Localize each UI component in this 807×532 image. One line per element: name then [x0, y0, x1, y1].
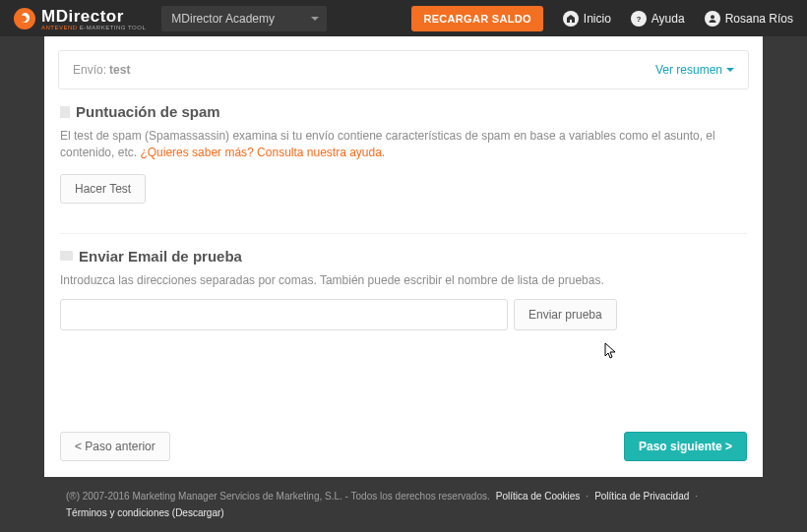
- send-test-section: Enviar Email de prueba Introduzca las di…: [44, 238, 763, 344]
- ver-resumen-toggle[interactable]: Ver resumen: [655, 63, 734, 77]
- spam-score-title: Puntuación de spam: [60, 103, 747, 120]
- user-icon: [705, 11, 720, 27]
- brand-logo[interactable]: MDirector ANTEVEND E-MARKETING TOOL: [14, 7, 146, 30]
- home-icon: [563, 11, 579, 27]
- brand-name: MDirector: [41, 7, 146, 27]
- spam-score-description: El test de spam (Spamassassin) examina s…: [60, 128, 747, 162]
- nav-ayuda[interactable]: ? Ayuda: [631, 11, 685, 27]
- footer-copyright: (®) 2007-2016 Marketing Manager Servicio…: [66, 491, 490, 502]
- envio-label: Envío:: [73, 63, 106, 77]
- nav-inicio[interactable]: Inicio: [563, 11, 611, 27]
- enviar-prueba-button[interactable]: Enviar prueba: [514, 299, 617, 330]
- recargar-saldo-button[interactable]: RECARGAR SALDO: [411, 6, 542, 31]
- envio-value: test: [109, 63, 130, 77]
- hacer-test-button[interactable]: Hacer Test: [60, 174, 146, 204]
- section-divider: [60, 233, 747, 234]
- mail-icon: [60, 251, 73, 261]
- help-icon: ?: [631, 11, 647, 27]
- nav-user[interactable]: Rosana Ríos: [705, 11, 793, 27]
- spam-score-section: Puntuación de spam El test de spam (Spam…: [44, 89, 763, 217]
- account-dropdown[interactable]: MDirector Academy: [161, 6, 327, 31]
- footer-privacy-link[interactable]: Política de Privacidad: [594, 491, 689, 502]
- test-recipients-input[interactable]: [60, 299, 508, 330]
- paso-siguiente-button[interactable]: Paso siguiente >: [624, 432, 747, 461]
- paso-anterior-button[interactable]: < Paso anterior: [60, 432, 170, 461]
- document-icon: [60, 106, 70, 118]
- brand-tagline: ANTEVEND E-MARKETING TOOL: [41, 25, 146, 30]
- footer-cookies-link[interactable]: Política de Cookies: [496, 491, 581, 502]
- top-navbar: MDirector ANTEVEND E-MARKETING TOOL MDir…: [0, 0, 807, 36]
- brand-logo-icon: [14, 8, 35, 30]
- wizard-nav: < Paso anterior Paso siguiente >: [44, 416, 763, 477]
- send-test-title: Enviar Email de prueba: [60, 248, 747, 265]
- footer-terms-link[interactable]: Términos y condiciones (Descargar): [66, 507, 224, 518]
- send-test-description: Introduzca las direcciones separadas por…: [60, 272, 747, 289]
- spam-help-link[interactable]: ¿Quieres saber más? Consulta nuestra ayu…: [140, 146, 385, 159]
- account-dropdown-label: MDirector Academy: [171, 12, 275, 26]
- svg-text:?: ?: [636, 15, 641, 24]
- chevron-down-icon: [726, 68, 734, 76]
- envio-summary-bar: Envío: test Ver resumen: [58, 50, 749, 89]
- svg-point-1: [711, 15, 714, 19]
- page-footer: (®) 2007-2016 Marketing Manager Servicio…: [44, 477, 763, 532]
